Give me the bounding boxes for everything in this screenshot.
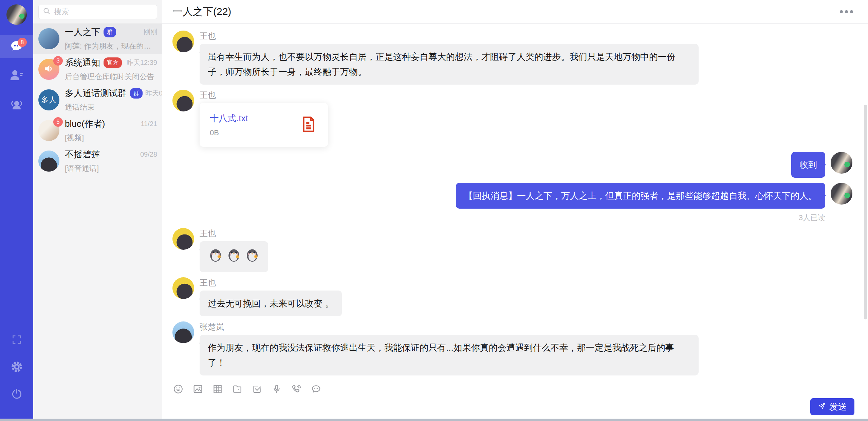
phone-call-icon[interactable] xyxy=(291,383,302,395)
chat-title: 一人之下(22) xyxy=(172,5,231,19)
chat-list-item[interactable]: 多人 多人通话测试群 群 昨天01:29 通话结束 xyxy=(33,85,162,115)
avatar: 3 xyxy=(38,59,59,80)
chat-time: 11/21 xyxy=(138,120,157,128)
group-badge: 群 xyxy=(130,88,143,99)
microphone-icon[interactable] xyxy=(271,383,282,395)
chat-preview: [语音通话] xyxy=(65,163,157,174)
file-message-card[interactable]: 十八式.txt 0B xyxy=(200,103,328,147)
search-box xyxy=(38,5,157,19)
rail-bottom xyxy=(10,333,23,401)
chat-name: 系统通知 xyxy=(65,57,100,69)
avatar[interactable] xyxy=(831,183,852,205)
avatar: 5 xyxy=(38,120,59,141)
chat-list-item[interactable]: 5 blue(作者) 11/21 [视频] xyxy=(33,115,162,146)
nav-contacts[interactable] xyxy=(0,64,33,87)
sender-name: 王也 xyxy=(200,277,342,288)
avatar xyxy=(38,151,59,172)
power-button[interactable] xyxy=(10,388,23,401)
image-icon[interactable] xyxy=(192,383,204,395)
message-row: 【回执消息】一人之下，万人之上，但真正的强者，是那些能够超越自我、心怀天下的人。… xyxy=(172,183,852,223)
message-row: 王也 过去无可挽回，未来可以改变 。 xyxy=(172,277,852,316)
chat-preview: 阿莲: 作为朋友，现在的我没法... xyxy=(65,41,157,51)
vertical-scrollbar[interactable] xyxy=(864,105,867,319)
send-label: 发送 xyxy=(829,401,847,413)
chat-list-item[interactable]: 3 系统通知 官方 昨天12:39 后台管理仓库临时关闭公告 xyxy=(33,54,162,85)
chat-name: 不摇碧莲 xyxy=(65,148,100,160)
chat-item-main: 系统通知 官方 昨天12:39 后台管理仓库临时关闭公告 xyxy=(65,57,157,82)
sticker-bubble xyxy=(200,241,268,272)
speaker-icon xyxy=(43,63,55,76)
avatar[interactable] xyxy=(172,228,194,250)
read-status: 3人已读 xyxy=(799,213,825,223)
chat-name: 多人通话测试群 xyxy=(65,87,127,99)
chat-name: blue(作者) xyxy=(65,118,105,130)
avatar[interactable] xyxy=(172,31,194,52)
power-icon xyxy=(11,388,23,401)
screenshot-grid-icon[interactable] xyxy=(212,383,223,395)
folder-icon[interactable] xyxy=(232,383,243,395)
sender-name: 王也 xyxy=(200,90,328,101)
document-icon xyxy=(299,115,318,135)
unread-badge: 5 xyxy=(53,117,63,127)
sender-name: 张楚岚 xyxy=(200,321,699,332)
horizontal-scrollbar[interactable] xyxy=(0,419,868,421)
penguin-sticker xyxy=(244,247,260,267)
emoji-icon[interactable] xyxy=(172,383,184,395)
chat-item-main: 不摇碧莲 09/28 [语音通话] xyxy=(65,148,157,174)
message-row: 王也 虽有幸生而为人，也不要以万物灵长自居，正是这种妄自尊大的想法，才阻碍了人类… xyxy=(172,31,852,85)
chat-name: 一人之下 xyxy=(65,26,100,38)
penguin-sticker xyxy=(208,247,223,267)
chat-preview: [视频] xyxy=(65,133,157,143)
sender-name: 王也 xyxy=(200,228,268,239)
send-row: 发送 xyxy=(162,398,868,421)
message-bubble: 【回执消息】一人之下，万人之上，但真正的强者，是那些能够超越自我、心怀天下的人。 xyxy=(456,183,825,209)
chat-list-item[interactable]: 一人之下 群 刚刚 阿莲: 作为朋友，现在的我没法... xyxy=(33,23,162,54)
file-name: 十八式.txt xyxy=(210,112,299,124)
task-check-icon[interactable] xyxy=(251,383,263,395)
send-button[interactable]: 发送 xyxy=(810,398,854,415)
paper-plane-icon xyxy=(818,402,826,412)
rail-nav: 8 xyxy=(0,35,33,117)
contacts-icon xyxy=(10,68,24,83)
more-options-button[interactable] xyxy=(839,7,854,16)
file-meta: 十八式.txt 0B xyxy=(210,112,299,137)
penguin-sticker xyxy=(226,247,242,267)
sender-name: 王也 xyxy=(200,31,699,41)
chat-time: 昨天12:39 xyxy=(124,58,157,67)
avatar xyxy=(38,28,59,49)
chat-list-item[interactable]: 不摇碧莲 09/28 [语音通话] xyxy=(33,146,162,176)
search-input[interactable] xyxy=(54,7,153,16)
message-list: 王也 虽有幸生而为人，也不要以万物灵长自居，正是这种妄自尊大的想法，才阻碍了人类… xyxy=(162,24,868,381)
chat-history-icon[interactable] xyxy=(310,383,322,395)
avatar[interactable] xyxy=(172,321,194,343)
composer-toolbar xyxy=(162,381,868,398)
avatar[interactable] xyxy=(172,277,194,299)
avatar[interactable] xyxy=(831,152,852,174)
message-row: 王也 xyxy=(172,228,852,272)
nav-groups[interactable] xyxy=(0,93,33,117)
chat-time: 09/28 xyxy=(137,151,157,158)
avatar: 多人 xyxy=(38,89,59,110)
chat-list-panel: 一人之下 群 刚刚 阿莲: 作为朋友，现在的我没法... 3 系统通知 官方 昨… xyxy=(33,0,162,421)
chat-time: 刚刚 xyxy=(141,28,157,37)
message-bubble: 虽有幸生而为人，也不要以万物灵长自居，正是这种妄自尊大的想法，才阻碍了人类的进步… xyxy=(200,44,699,85)
fullscreen-icon xyxy=(11,334,22,347)
user-avatar[interactable] xyxy=(6,4,27,25)
message-bubble: 过去无可挽回，未来可以改变 。 xyxy=(200,291,342,316)
unread-badge: 3 xyxy=(53,56,63,66)
settings-button[interactable] xyxy=(10,361,23,374)
chat-preview: 后台管理仓库临时关闭公告 xyxy=(65,72,157,82)
chat-main: 一人之下(22) 王也 虽有幸生而为人，也不要以万物灵长自居，正是这种妄自尊大的… xyxy=(162,0,868,421)
avatar[interactable] xyxy=(172,90,194,111)
fullscreen-button[interactable] xyxy=(10,333,23,347)
chat-item-main: blue(作者) 11/21 [视频] xyxy=(65,118,157,143)
chat-header: 一人之下(22) xyxy=(162,0,868,24)
chat-preview: 通话结束 xyxy=(65,102,157,112)
chat-item-main: 一人之下 群 刚刚 阿莲: 作为朋友，现在的我没法... xyxy=(65,26,157,51)
left-rail: 8 xyxy=(0,0,33,421)
nav-chats[interactable]: 8 xyxy=(0,35,33,58)
message-bubble: 作为朋友，现在的我没法保证救你逃出生天，我能保证的只有...如果你真的会遭遇到什… xyxy=(200,335,699,375)
app-window: 8 xyxy=(0,0,868,421)
message-row: 收到 xyxy=(172,152,852,178)
message-bubble: 收到 xyxy=(791,152,825,178)
